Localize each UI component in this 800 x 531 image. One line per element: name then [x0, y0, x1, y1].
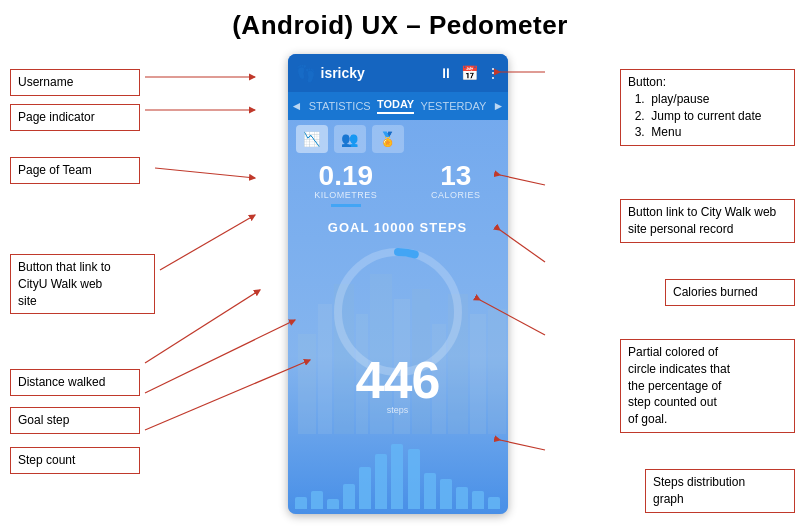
phone-mockup-area: 👣 isricky ⏸ 📅 ⋮ ◄ STATISTICS TODAY YESTE…	[190, 49, 605, 531]
phone-body: 📉 👥 🏅 0.19 KILOMETRES 13 CALORIES	[288, 120, 508, 514]
steps-graph	[288, 429, 508, 514]
distance-separator	[331, 204, 361, 207]
left-annotations: Username Page indicator Page of Team But…	[0, 49, 190, 531]
annotation-distance: Distance walked	[10, 369, 140, 396]
annotation-button-cityu: Button that link toCityU Walk website	[10, 254, 155, 314]
page-title: (Android) UX – Pedometer	[0, 0, 800, 49]
next-arrow[interactable]: ►	[492, 99, 504, 113]
button-controls-item-1: 1. play/pause	[628, 92, 709, 106]
icon-buttons-row: 📉 👥 🏅	[296, 125, 404, 153]
distance-value: 0.19	[314, 162, 377, 190]
graph-bar	[424, 473, 436, 509]
phone-topbar: 👣 isricky ⏸ 📅 ⋮	[288, 54, 508, 92]
calendar-icon[interactable]: 📅	[461, 65, 478, 81]
calories-stat: 13 CALORIES	[431, 162, 481, 200]
calories-label: CALORIES	[431, 190, 481, 200]
button-controls-item-3: 3. Menu	[628, 125, 681, 139]
calories-value: 13	[431, 162, 481, 190]
graph-bar	[408, 449, 420, 509]
award-icon-btn[interactable]: 🏅	[372, 125, 404, 153]
graph-bar	[375, 454, 387, 509]
graph-bar	[456, 487, 468, 509]
tab-today[interactable]: TODAY	[377, 98, 414, 114]
button-controls-item-2: 2. Jump to current date	[628, 109, 761, 123]
step-sub-label: steps	[387, 405, 409, 415]
menu-icon[interactable]: ⋮	[486, 65, 500, 81]
footprint-icon: 👣	[296, 64, 316, 83]
play-pause-icon[interactable]: ⏸	[439, 65, 453, 81]
annotation-username: Username	[10, 69, 140, 96]
graph-bar	[440, 479, 452, 509]
phone-tabbar: ◄ STATISTICS TODAY YESTERDAY ►	[288, 92, 508, 120]
goal-label: GOAL 10000 STEPS	[328, 220, 467, 235]
distance-stat: 0.19 KILOMETRES	[314, 162, 377, 211]
distance-label: KILOMETRES	[314, 190, 377, 200]
username-display: isricky	[321, 65, 365, 81]
graph-bar	[311, 491, 323, 509]
annotation-partial-circle: Partial colored ofcircle indicates thatt…	[620, 339, 795, 433]
annotation-step-count: Step count	[10, 447, 140, 474]
prev-arrow[interactable]: ◄	[291, 99, 303, 113]
annotation-calories: Calories burned	[665, 279, 795, 306]
graph-bar	[295, 497, 307, 509]
tab-statistics[interactable]: STATISTICS	[309, 100, 371, 112]
annotation-button-controls: Button: 1. play/pause 2. Jump to current…	[620, 69, 795, 146]
tab-yesterday[interactable]: YESTERDAY	[420, 100, 486, 112]
graph-bar	[343, 484, 355, 509]
topbar-left: 👣 isricky	[296, 64, 365, 83]
graph-bar	[488, 497, 500, 509]
stats-row: 0.19 KILOMETRES 13 CALORIES	[288, 162, 508, 211]
topbar-icons: ⏸ 📅 ⋮	[439, 65, 500, 81]
annotation-city-walk: Button link to City Walk website persona…	[620, 199, 795, 243]
circle-goal-area: GOAL 10000 STEPS 446 steps	[288, 220, 508, 387]
annotation-page-indicator: Page indicator	[10, 104, 140, 131]
graph-bar	[472, 491, 484, 509]
button-controls-title: Button:	[628, 75, 666, 89]
right-annotations: Button: 1. play/pause 2. Jump to current…	[605, 49, 800, 531]
graph-bar	[359, 467, 371, 509]
graph-bar	[327, 499, 339, 509]
stats-icon-btn[interactable]: 📉	[296, 125, 328, 153]
annotation-page-of-team: Page of Team	[10, 157, 140, 184]
team-icon-btn[interactable]: 👥	[334, 125, 366, 153]
phone-mockup: 👣 isricky ⏸ 📅 ⋮ ◄ STATISTICS TODAY YESTE…	[288, 54, 508, 514]
annotation-goal-step: Goal step	[10, 407, 140, 434]
step-count-display: 446	[356, 350, 440, 410]
graph-bar	[391, 444, 403, 509]
annotation-steps-dist: Steps distributiongraph	[645, 469, 795, 513]
